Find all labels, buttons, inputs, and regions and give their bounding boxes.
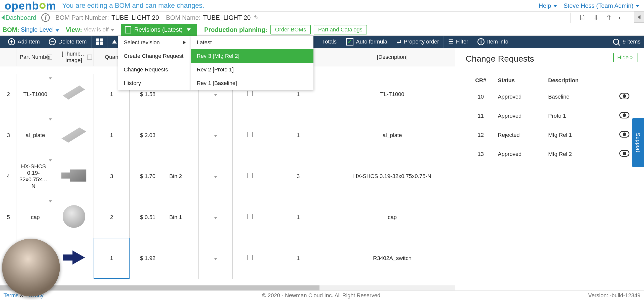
- checkbox[interactable]: [247, 255, 253, 260]
- chevron-down-icon[interactable]: [49, 77, 52, 79]
- cell-6[interactable]: [198, 197, 233, 238]
- chevron-down-icon[interactable]: [214, 258, 217, 260]
- cell-6[interactable]: [198, 238, 233, 279]
- revisions-menu[interactable]: Select revision Create Change Request Ch…: [118, 36, 191, 90]
- order-boms-button[interactable]: Order BOMs: [270, 25, 310, 34]
- cell-part-number[interactable]: cap: [17, 197, 54, 238]
- cell-6[interactable]: [198, 115, 233, 156]
- expand-panel-button[interactable]: [634, 12, 644, 23]
- cr-row[interactable]: 12RejectedMfg Rel 1: [466, 125, 637, 145]
- table-row[interactable]: 1 $ 1.92 1 R3402A_switch: [0, 238, 455, 279]
- delete-item-button[interactable]: Delete Item: [44, 36, 92, 48]
- cell-description[interactable]: HX-SHCS 0.19-32x0.75x0.75-N: [329, 156, 455, 197]
- column-edit-icon[interactable]: [47, 55, 52, 60]
- rev-option-rev3[interactable]: Rev 3 [Mfg Rel 2]: [191, 49, 313, 63]
- app-logo[interactable]: openbm: [5, 0, 56, 12]
- chevron-down-icon[interactable]: [49, 200, 52, 202]
- menu-history[interactable]: History: [118, 76, 191, 90]
- download-icon[interactable]: ⇩: [593, 13, 599, 22]
- revisions-dropdown-button[interactable]: Revisions (Latest): [121, 24, 197, 36]
- cell-check[interactable]: [233, 156, 267, 197]
- hide-panel-button[interactable]: Hide >: [613, 53, 637, 62]
- rev-option-latest[interactable]: Latest: [191, 36, 313, 49]
- cell-cost[interactable]: $ 0.51: [129, 197, 166, 238]
- cell-bin[interactable]: Bin 1: [166, 197, 199, 238]
- cell-qty[interactable]: 3: [94, 156, 129, 197]
- search-icon[interactable]: [613, 39, 619, 45]
- chevron-down-icon[interactable]: [214, 176, 217, 178]
- table-row[interactable]: 5 cap 2 $ 0.51 Bin 1 1 cap: [0, 197, 455, 238]
- checkbox[interactable]: [247, 214, 253, 219]
- cr-row[interactable]: 13ApprovedMfg Rel 2: [466, 145, 637, 164]
- cell-description[interactable]: TL-T1000: [329, 74, 455, 115]
- document-icon[interactable]: 🗎: [579, 13, 586, 22]
- chevron-down-icon[interactable]: [49, 118, 52, 120]
- user-menu[interactable]: Steve Hess (Team Admin): [564, 2, 639, 9]
- auto-formula-toggle[interactable]: ✓Auto formula: [341, 36, 392, 48]
- table-row[interactable]: 4 HX-SHCS 0.19-32x0.75x…N 3 $ 1.70 Bin 2…: [0, 156, 455, 197]
- cell-check[interactable]: [233, 115, 267, 156]
- chevron-down-icon[interactable]: [214, 94, 217, 96]
- cell-cost[interactable]: $ 1.70: [129, 156, 166, 197]
- menu-create-change-request[interactable]: Create Change Request: [118, 49, 191, 63]
- cr-row[interactable]: 10ApprovedBaseline: [466, 87, 637, 106]
- add-item-button[interactable]: Add Item: [4, 36, 44, 48]
- rev-option-rev2[interactable]: Rev 2 [Proto 1]: [191, 63, 313, 76]
- item-info-button[interactable]: iItem info: [473, 36, 513, 48]
- cell-description[interactable]: R3402A_switch: [329, 238, 455, 279]
- checkbox[interactable]: [247, 91, 253, 96]
- cell-part-number[interactable]: TL-T1000: [17, 74, 54, 115]
- col-part-number[interactable]: Part Number: [17, 48, 54, 66]
- eye-icon[interactable]: [619, 150, 629, 157]
- menu-select-revision[interactable]: Select revision: [118, 36, 191, 49]
- cell-6[interactable]: [198, 156, 233, 197]
- chevron-down-icon[interactable]: [214, 135, 217, 137]
- cell-qty[interactable]: 1: [94, 238, 129, 279]
- cell-description[interactable]: al_plate: [329, 115, 455, 156]
- filter-button[interactable]: ☰Filter: [444, 36, 473, 48]
- horizontal-scrollbar[interactable]: [0, 285, 455, 290]
- view-dropdown[interactable]: View is off: [84, 26, 114, 33]
- cell-description[interactable]: cap: [329, 197, 455, 238]
- terms-link[interactable]: Terms: [4, 292, 19, 298]
- cell-qty2[interactable]: 1: [267, 238, 329, 279]
- totals-toggle[interactable]: Totals: [318, 36, 341, 48]
- part-catalogs-button[interactable]: Part and Catalogs: [314, 25, 367, 34]
- cell-qty[interactable]: 2: [94, 197, 129, 238]
- info-icon[interactable]: i: [41, 13, 50, 22]
- cell-part-number[interactable]: HX-SHCS 0.19-32x0.75x…N: [17, 156, 54, 197]
- column-edit-icon[interactable]: [87, 55, 92, 60]
- eye-icon[interactable]: [619, 131, 629, 138]
- revision-list-submenu[interactable]: Latest Rev 3 [Mfg Rel 2] Rev 2 [Proto 1]…: [191, 36, 313, 90]
- chevron-down-icon[interactable]: [49, 159, 52, 161]
- cell-bin[interactable]: Bin 2: [166, 156, 199, 197]
- upload-icon[interactable]: ⇧: [606, 13, 612, 22]
- table-row[interactable]: 3 al_plate 1 $ 2.03 1 al_plate: [0, 115, 455, 156]
- cell-cost[interactable]: $ 2.03: [129, 115, 166, 156]
- col-description[interactable]: [Description]: [329, 48, 455, 66]
- cell-qty2[interactable]: 1: [267, 197, 329, 238]
- checkbox[interactable]: [247, 173, 253, 178]
- checkbox[interactable]: [247, 132, 253, 137]
- cell-qty[interactable]: 1: [94, 115, 129, 156]
- pencil-icon[interactable]: ✎: [252, 14, 259, 21]
- help-link[interactable]: Help: [539, 2, 557, 9]
- dashboard-back-link[interactable]: Dashboard: [2, 14, 36, 21]
- col-thumbnail[interactable]: [Thumb… image]: [54, 48, 94, 66]
- cell-bin[interactable]: [166, 115, 199, 156]
- rev-option-rev1[interactable]: Rev 1 [Baseline]: [191, 76, 313, 90]
- cell-qty2[interactable]: 1: [267, 115, 329, 156]
- menu-change-requests[interactable]: Change Requests: [118, 63, 191, 76]
- eye-icon[interactable]: [619, 112, 629, 118]
- bom-type-dropdown[interactable]: Single Level: [21, 26, 59, 33]
- cell-check[interactable]: [233, 197, 267, 238]
- cell-check[interactable]: [233, 238, 267, 279]
- layout-button[interactable]: [92, 36, 107, 48]
- property-order-button[interactable]: ⇄Property order: [392, 36, 444, 48]
- cell-part-number[interactable]: al_plate: [17, 115, 54, 156]
- chevron-down-icon[interactable]: [214, 217, 217, 219]
- cell-cost[interactable]: $ 1.92: [129, 238, 166, 279]
- support-tab[interactable]: Support: [632, 118, 644, 167]
- cr-row[interactable]: 11ApprovedProto 1: [466, 106, 637, 125]
- cell-qty2[interactable]: 3: [267, 156, 329, 197]
